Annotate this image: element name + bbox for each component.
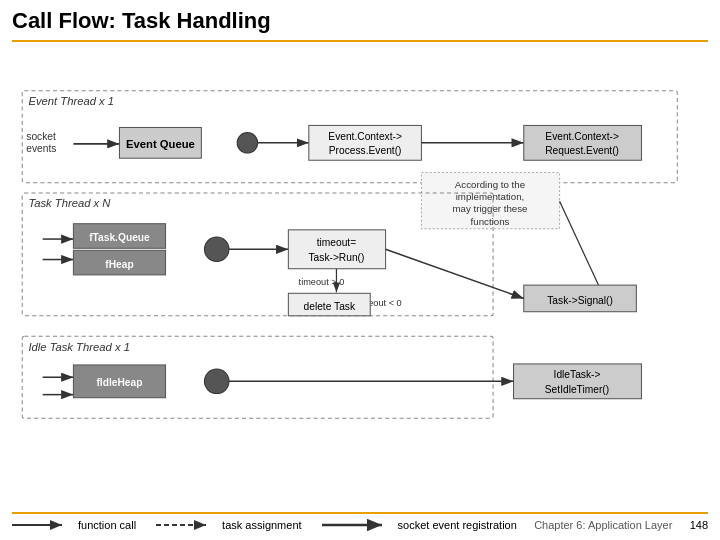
svg-text:Process.Event(): Process.Event() [329, 145, 402, 156]
timeout-eq-label: timeout= [317, 237, 357, 248]
svg-text:events: events [26, 143, 56, 154]
main-diagram-svg: Event Thread x 1 socket events Event Que… [12, 50, 708, 510]
page-title: Call Flow: Task Handling [12, 8, 708, 42]
timeout-gt0-label: timeout > 0 [299, 277, 345, 287]
legend-task-assignment: task assignment [156, 518, 301, 532]
task-assignment-label: task assignment [222, 519, 301, 531]
svg-point-4 [237, 133, 257, 153]
idle-task-thread-label: Idle Task Thread x 1 [28, 341, 130, 353]
task-signal-label: Task->Signal() [547, 295, 613, 306]
task-assignment-icon [156, 518, 216, 532]
event-context-request-label: Event.Context-> [545, 131, 619, 142]
page-container: Call Flow: Task Handling Event Thread x … [0, 0, 720, 540]
svg-text:SetIdleTimer(): SetIdleTimer() [545, 384, 609, 395]
idle-task-signal-label: IdleTask-> [554, 369, 601, 380]
delete-task-label: delete Task [304, 301, 356, 312]
footer: function call task assignment [12, 512, 708, 532]
fheap-label: fHeap [105, 259, 133, 270]
socket-event-icon [322, 518, 392, 532]
legend: function call task assignment [12, 518, 517, 532]
svg-point-33 [204, 369, 229, 394]
event-context-process-label: Event.Context-> [328, 131, 402, 142]
svg-text:Request.Event(): Request.Event() [545, 145, 619, 156]
svg-line-28 [386, 249, 524, 298]
diagram-area: Event Thread x 1 socket events Event Que… [12, 50, 708, 510]
svg-point-21 [204, 237, 229, 262]
svg-text:functions: functions [471, 216, 510, 227]
fidelheap-label: fIdleHeap [96, 377, 142, 388]
task-queue-label: fTask.Queue [89, 232, 150, 243]
footer-chapter: Chapter 6: Application Layer [534, 519, 672, 531]
function-call-icon [12, 518, 72, 532]
legend-function-call: function call [12, 518, 136, 532]
event-thread-label: Event Thread x 1 [28, 95, 114, 107]
svg-rect-23 [288, 230, 385, 269]
function-call-label: function call [78, 519, 136, 531]
socket-events-label: socket [26, 131, 56, 142]
according-note-1: According to the [455, 179, 525, 190]
socket-event-label: socket event registration [398, 519, 517, 531]
legend-socket-event: socket event registration [322, 518, 517, 532]
svg-text:Task->Run(): Task->Run() [308, 252, 364, 263]
task-thread-label: Task Thread x N [28, 197, 111, 209]
event-queue-label: Event Queue [126, 138, 195, 150]
svg-text:may trigger these: may trigger these [452, 203, 527, 214]
footer-page: 148 [690, 519, 708, 531]
